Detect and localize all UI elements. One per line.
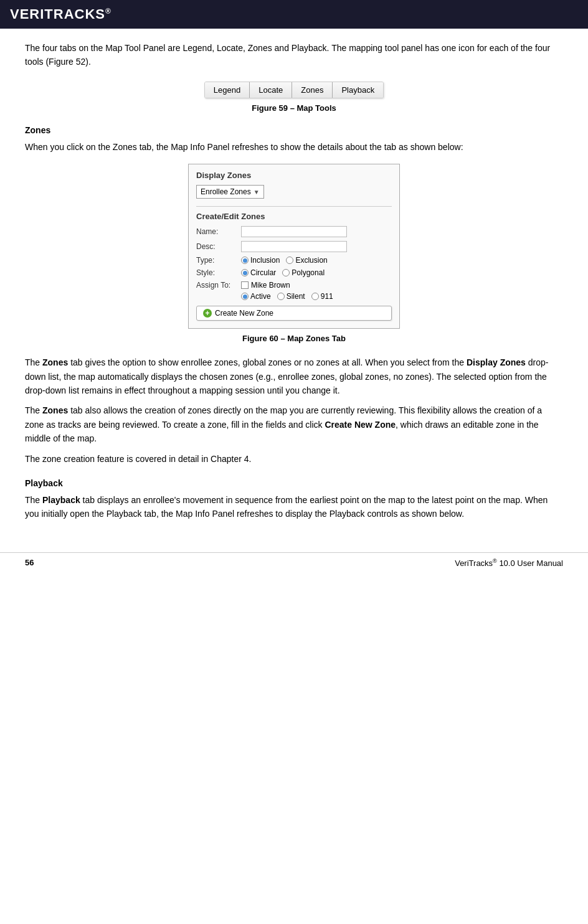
assign-to-section: Assign To: Mike Brown Active xyxy=(196,281,392,301)
style-radio-group: Circular Polygonal xyxy=(241,268,325,277)
mike-brown-checkbox[interactable]: Mike Brown xyxy=(241,281,290,290)
assign-to-row1: Assign To: Mike Brown xyxy=(196,281,392,290)
figure-60-container: Display Zones Enrollee Zones ▼ Create/Ed… xyxy=(25,164,563,343)
type-radio-group: Inclusion Exclusion xyxy=(241,256,328,265)
veritracks-logo: VeriTracks® xyxy=(10,6,111,22)
zones-desc-para2: The Zones tab also allows the creation o… xyxy=(25,403,563,445)
playback-heading: Playback xyxy=(25,478,563,488)
page-header: VeriTracks® xyxy=(0,0,588,29)
playback-bold: Playback xyxy=(42,495,80,505)
display-zones-row: Enrollee Zones ▼ xyxy=(196,185,392,199)
silent-radio[interactable]: Silent xyxy=(277,292,305,301)
911-radio[interactable]: 911 xyxy=(311,292,333,301)
create-new-zone-bold: Create New Zone xyxy=(325,420,396,430)
create-edit-zones-title: Create/Edit Zones xyxy=(196,212,392,221)
map-tools-toolbar: Legend Locate Zones Playback xyxy=(204,82,384,98)
zones-bold-2: Zones xyxy=(42,405,68,415)
legend-button[interactable]: Legend xyxy=(205,82,250,98)
desc-row: Desc: xyxy=(196,241,392,252)
active-radio-circle[interactable] xyxy=(241,293,249,300)
type-label: Type: xyxy=(196,256,241,265)
style-row: Style: Circular Polygonal xyxy=(196,268,392,277)
intro-paragraph: The four tabs on the Map Tool Panel are … xyxy=(25,41,563,69)
exclusion-radio-circle[interactable] xyxy=(286,257,293,264)
playback-button[interactable]: Playback xyxy=(333,82,383,98)
zones-heading: Zones xyxy=(25,125,563,135)
active-radio[interactable]: Active xyxy=(241,292,271,301)
style-label: Style: xyxy=(196,268,241,277)
polygonal-radio[interactable]: Polygonal xyxy=(282,268,325,277)
mike-brown-checkbox-box[interactable] xyxy=(241,281,249,289)
desc-label: Desc: xyxy=(196,242,241,251)
desc-input[interactable] xyxy=(241,241,347,252)
display-zones-title: Display Zones xyxy=(196,171,392,180)
playback-paragraph: The Playback tab displays an enrollee's … xyxy=(25,493,563,521)
enrollee-zones-dropdown[interactable]: Enrollee Zones ▼ xyxy=(196,185,264,199)
zones-bold-1: Zones xyxy=(42,357,68,367)
figure-59-caption: Figure 59 – Map Tools xyxy=(252,103,336,113)
circular-radio-circle[interactable] xyxy=(241,269,249,276)
assign-to-row2: Active Silent 911 xyxy=(241,292,392,301)
figure-59-container: Legend Locate Zones Playback Figure 59 –… xyxy=(25,82,563,113)
dropdown-arrow-icon: ▼ xyxy=(254,189,260,196)
zones-desc-para1: The Zones tab gives the option to show e… xyxy=(25,356,563,397)
create-new-zone-button[interactable]: + Create New Zone xyxy=(196,306,392,321)
circular-radio[interactable]: Circular xyxy=(241,268,276,277)
plus-icon: + xyxy=(203,309,212,318)
footer-brand: VeriTracks® 10.0 User Manual xyxy=(455,558,563,568)
locate-button[interactable]: Locate xyxy=(250,82,292,98)
inclusion-radio[interactable]: Inclusion xyxy=(241,256,280,265)
page-number: 56 xyxy=(25,558,34,567)
display-zones-bold: Display Zones xyxy=(467,357,526,367)
exclusion-radio[interactable]: Exclusion xyxy=(286,256,327,265)
name-label: Name: xyxy=(196,227,241,236)
zones-button[interactable]: Zones xyxy=(292,82,333,98)
assign-to-label: Assign To: xyxy=(196,281,241,290)
zones-desc-para3: The zone creation feature is covered in … xyxy=(25,452,563,466)
911-radio-circle[interactable] xyxy=(311,293,319,300)
type-row: Type: Inclusion Exclusion xyxy=(196,256,392,265)
assign-to-radio-group: Active Silent 911 xyxy=(241,292,333,301)
silent-radio-circle[interactable] xyxy=(277,293,285,300)
inclusion-radio-circle[interactable] xyxy=(241,257,249,264)
name-input[interactable] xyxy=(241,226,347,237)
page-footer: 56 VeriTracks® 10.0 User Manual xyxy=(0,552,588,573)
name-row: Name: xyxy=(196,226,392,237)
divider xyxy=(196,206,392,207)
figure-60-caption: Figure 60 – Map Zones Tab xyxy=(242,334,346,343)
polygonal-radio-circle[interactable] xyxy=(282,269,290,276)
zones-panel: Display Zones Enrollee Zones ▼ Create/Ed… xyxy=(188,164,400,329)
main-content: The four tabs on the Map Tool Panel are … xyxy=(0,29,588,540)
zones-intro-paragraph: When you click on the Zones tab, the Map… xyxy=(25,140,563,154)
